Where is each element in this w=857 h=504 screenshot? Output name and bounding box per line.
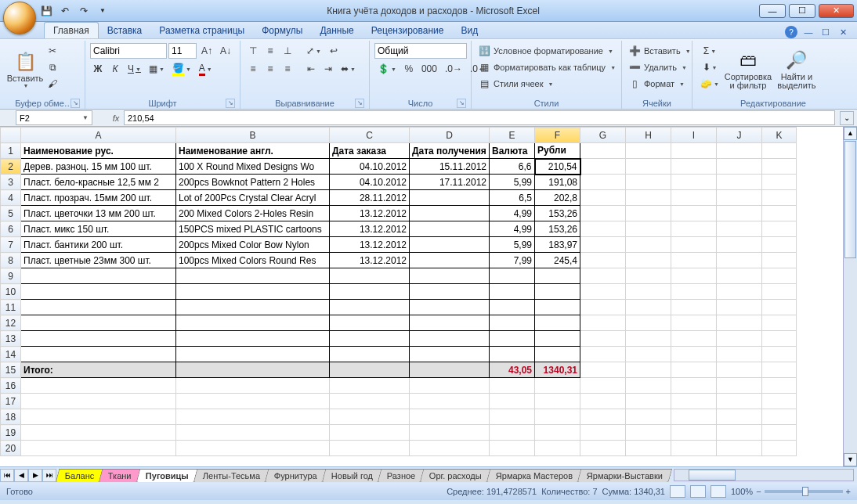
cell[interactable] — [410, 394, 490, 409]
hscroll-thumb[interactable] — [689, 470, 736, 481]
row-header-11[interactable]: 11 — [1, 300, 21, 315]
last-sheet-button[interactable]: ⏭ — [42, 469, 56, 482]
cell[interactable] — [671, 378, 717, 394]
cell[interactable] — [671, 143, 717, 159]
cell[interactable]: Пласт. прозрач. 15мм 200 шт. — [21, 190, 176, 206]
cell[interactable] — [580, 347, 626, 362]
cell[interactable] — [626, 441, 671, 456]
sort-filter-button[interactable]: 🗃 Сортировка и фильтр — [725, 43, 772, 95]
zoom-out-button[interactable]: − — [756, 487, 761, 496]
cell[interactable] — [717, 237, 762, 253]
close-button[interactable]: ✕ — [819, 4, 854, 18]
cell[interactable] — [410, 347, 490, 362]
sheet-tab[interactable]: Ярмарка Мастеров — [486, 469, 583, 482]
conditional-format-button[interactable]: 🔢Условное форматирование▼ — [476, 43, 615, 59]
shrink-font-button[interactable]: A↓ — [217, 43, 234, 59]
cell[interactable]: 17.11.2012 — [410, 175, 490, 190]
col-header-E[interactable]: E — [490, 128, 535, 143]
cell[interactable] — [580, 378, 626, 394]
cell[interactable] — [176, 284, 330, 300]
cell[interactable] — [410, 253, 490, 268]
cell[interactable] — [671, 315, 717, 331]
formula-input[interactable]: 210,54 — [124, 110, 835, 125]
cell[interactable] — [717, 268, 762, 284]
cell[interactable] — [410, 441, 490, 456]
page-break-view-button[interactable] — [711, 485, 726, 498]
cell[interactable] — [626, 331, 671, 347]
cell[interactable]: 13.12.2012 — [330, 221, 410, 237]
cell[interactable] — [762, 159, 797, 175]
font-launcher[interactable]: ↘ — [226, 99, 235, 108]
row-header-1[interactable]: 1 — [1, 143, 21, 159]
cell[interactable] — [410, 300, 490, 315]
row-header-15[interactable]: 15 — [1, 362, 21, 378]
row-header-10[interactable]: 10 — [1, 284, 21, 300]
cell[interactable]: 153,26 — [535, 206, 580, 221]
cell[interactable] — [176, 300, 330, 315]
sheet-tab[interactable]: Новый год — [322, 469, 383, 482]
minimize-ribbon-icon[interactable]: — — [802, 26, 815, 38]
cell[interactable] — [176, 268, 330, 284]
cell[interactable] — [535, 394, 580, 409]
cell[interactable] — [762, 237, 797, 253]
name-box[interactable]: F2▼ — [16, 110, 92, 125]
cell[interactable]: 191,08 — [535, 175, 580, 190]
cell[interactable] — [580, 190, 626, 206]
bold-button[interactable]: Ж — [90, 61, 106, 77]
redo-icon[interactable]: ↷ — [76, 3, 92, 19]
col-header-G[interactable]: G — [580, 128, 626, 143]
cut-button[interactable]: ✂ — [45, 43, 60, 59]
fill-button[interactable]: ⬇▼ — [697, 59, 722, 75]
cell[interactable] — [410, 425, 490, 441]
cell[interactable] — [717, 190, 762, 206]
cell[interactable] — [671, 253, 717, 268]
cell[interactable] — [626, 237, 671, 253]
cell[interactable] — [330, 441, 410, 456]
scroll-thumb[interactable] — [844, 141, 856, 258]
cell[interactable]: Дерев. разноц. 15 мм 100 шт. — [21, 159, 176, 175]
cell[interactable] — [410, 221, 490, 237]
cell[interactable]: 100pcs Mixed Colors Round Res — [176, 253, 330, 268]
cell[interactable]: 6,5 — [490, 190, 535, 206]
cell[interactable] — [176, 362, 330, 378]
row-header-19[interactable]: 19 — [1, 425, 21, 441]
row-header-2[interactable]: 2 — [1, 159, 21, 175]
cell[interactable] — [580, 362, 626, 378]
chevron-down-icon[interactable]: ▼ — [82, 114, 89, 121]
cell[interactable] — [671, 331, 717, 347]
horizontal-scrollbar[interactable] — [674, 469, 854, 481]
row-header-18[interactable]: 18 — [1, 409, 21, 425]
row-header-14[interactable]: 14 — [1, 347, 21, 362]
row-header-3[interactable]: 3 — [1, 175, 21, 190]
cell[interactable] — [535, 347, 580, 362]
sheet-tab[interactable]: Фурнитура — [265, 469, 327, 482]
cell[interactable] — [330, 425, 410, 441]
cell[interactable] — [762, 300, 797, 315]
help-icon[interactable]: ? — [785, 26, 797, 38]
cell[interactable]: Пласт. микс 150 шт. — [21, 221, 176, 237]
cell[interactable]: 28.11.2012 — [330, 190, 410, 206]
cell[interactable] — [762, 221, 797, 237]
office-button[interactable] — [3, 2, 36, 34]
cell[interactable]: 13.12.2012 — [330, 237, 410, 253]
cell[interactable]: Наименование англ. — [176, 143, 330, 159]
cell[interactable] — [762, 175, 797, 190]
row-header-8[interactable]: 8 — [1, 253, 21, 268]
cell[interactable] — [21, 300, 176, 315]
page-layout-view-button[interactable] — [690, 485, 706, 498]
cell[interactable] — [580, 425, 626, 441]
prev-sheet-button[interactable]: ◀ — [14, 469, 28, 482]
clipboard-launcher[interactable]: ↘ — [71, 99, 80, 108]
sheet-tab[interactable]: Пуговицы — [136, 469, 198, 482]
cell[interactable] — [626, 159, 671, 175]
cell[interactable] — [580, 253, 626, 268]
sheet-tab[interactable]: Ленты-Тесьма — [193, 469, 270, 482]
cell[interactable] — [580, 300, 626, 315]
cell[interactable] — [535, 409, 580, 425]
cell[interactable] — [330, 347, 410, 362]
cell[interactable] — [490, 284, 535, 300]
cell[interactable] — [717, 206, 762, 221]
cell[interactable] — [490, 315, 535, 331]
sheet-tab[interactable]: Баланс — [56, 469, 104, 482]
cell[interactable] — [535, 331, 580, 347]
